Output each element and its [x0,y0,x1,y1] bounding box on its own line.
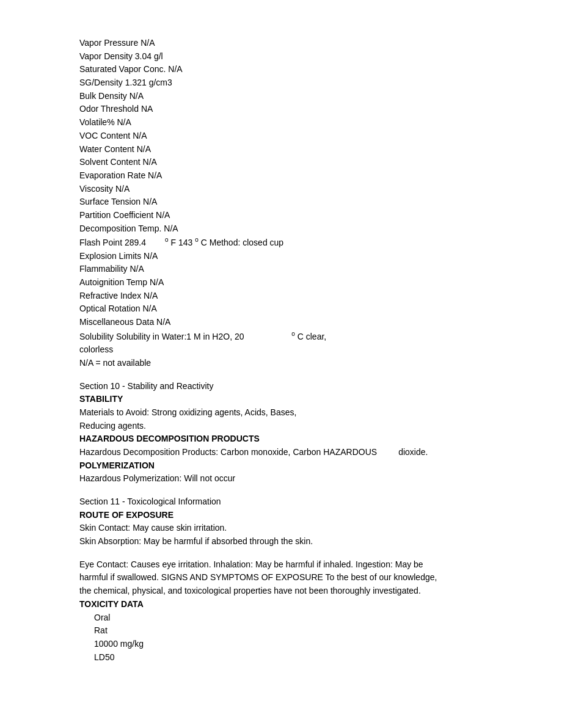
flash-point: Flash Point 289.4 o F 143 o C Method: cl… [79,235,483,249]
ld50-line: LD50 [79,651,483,664]
saturated-vapor: Saturated Vapor Conc. N/A [79,63,483,76]
colorless-line: colorless [79,343,483,357]
materials-to-avoid: Materials to Avoid: Strong oxidizing age… [79,406,483,420]
main-content: Vapor Pressure N/A Vapor Density 3.04 g/… [79,37,483,664]
hazardous-polymerization: Hazardous Polymerization: Will not occur [79,472,483,486]
section10-title: Section 10 - Stability and Reactivity [79,380,483,393]
autoignition-temp: Autoignition Temp N/A [79,276,483,289]
section11-title: Section 11 - Toxicological Information [79,495,483,509]
section11-block: Section 11 - Toxicological Information R… [79,495,483,664]
polymerization-heading: POLYMERIZATION [79,459,483,473]
vapor-pressure-text: Vapor Pressure [79,38,138,48]
hazardous-decomp-text: Hazardous Decomposition Products: Carbon… [79,446,483,459]
optical-rotation: Optical Rotation N/A [79,302,483,316]
eye-contact-block: Eye Contact: Causes eye irritation. Inha… [79,558,483,598]
voc-content: VOC Content N/A [79,129,483,143]
water-content: Water Content N/A [79,143,483,156]
partition-coefficient: Partition Coefficient N/A [79,209,483,222]
vapor-density: Vapor Density 3.04 g/l [79,50,483,64]
solvent-content: Solvent Content N/A [79,156,483,169]
surface-tension: Surface Tension N/A [79,195,483,209]
toxicity-heading: TOXICITY DATA [79,598,483,611]
refractive-index: Refractive Index N/A [79,289,483,303]
bulk-density: Bulk Density N/A [79,90,483,103]
viscosity: Viscosity N/A [79,183,483,196]
skin-absorption: Skin Absorption: May be harmful if absor… [79,535,483,548]
route-heading: ROUTE OF EXPOSURE [79,509,483,522]
evaporation-rate: Evaporation Rate N/A [79,169,483,183]
explosion-limits: Explosion Limits N/A [79,250,483,263]
odor-threshold: Odor Threshold NA [79,103,483,116]
harmful-line: harmful if swallowed. SIGNS AND SYMPTOMS… [79,571,483,584]
rat-line: Rat [79,624,483,638]
section10-block: Section 10 - Stability and Reactivity ST… [79,380,483,486]
flammability: Flammability N/A [79,263,483,276]
reducing-agents: Reducing agents. [79,420,483,433]
sg-density: SG/Density 1.321 g/cm3 [79,76,483,90]
hazardous-decomp-heading: HAZARDOUS DECOMPOSITION PRODUCTS [79,432,483,446]
solubility-line: Solubility Solubility in Water:1 M in H2… [79,329,483,343]
vapor-pressure: Vapor Pressure N/A [79,37,483,50]
eye-contact: Eye Contact: Causes eye irritation. Inha… [79,558,483,572]
oral-line: Oral [79,611,483,625]
chemical-line: the chemical, physical, and toxicologica… [79,584,483,598]
dose-line: 10000 mg/kg [79,638,483,651]
volatile-percent: Volatile% N/A [79,116,483,129]
decomposition-temp: Decomposition Temp. N/A [79,222,483,236]
stability-heading: STABILITY [79,393,483,406]
skin-contact: Skin Contact: May cause skin irritation. [79,522,483,535]
na-note: N/A = not available [79,357,483,370]
miscellaneous-data: Miscellaneous Data N/A [79,316,483,329]
